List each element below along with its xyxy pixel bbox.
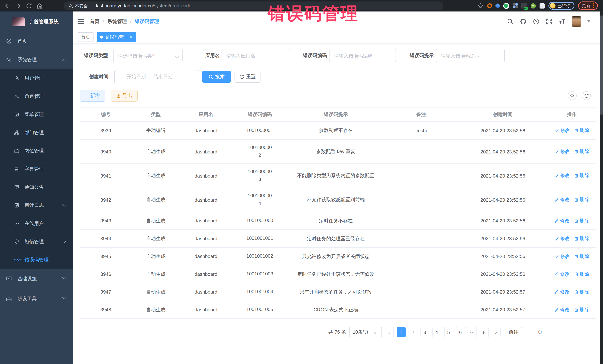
sidebar-item-system[interactable]: 系统管理 [0, 50, 73, 69]
sidebar-item-menus[interactable]: 菜单管理 [0, 105, 73, 123]
error-type-select[interactable] [113, 49, 183, 62]
edit-link[interactable]: 修改 [554, 197, 570, 203]
delete-link[interactable]: 删除 [574, 235, 589, 242]
back-icon[interactable] [4, 2, 11, 9]
extension-icon[interactable] [487, 3, 492, 8]
app-logo[interactable]: 芋道管理系统 [0, 11, 73, 32]
sidebar-item-online-users[interactable]: 在线用户 [0, 214, 73, 232]
profile-chip[interactable]: 已暂停 [548, 2, 574, 10]
user-avatar[interactable] [572, 16, 581, 26]
trash-icon [574, 128, 579, 133]
export-button[interactable]: 导出 [111, 90, 138, 101]
sidebar-item-posts[interactable]: 岗位管理 [0, 142, 73, 160]
sidebar-item-home[interactable]: 首页 [0, 32, 73, 50]
sidebar-item-departments[interactable]: 部门管理 [0, 123, 73, 142]
breadcrumb-home[interactable]: 首页 [90, 18, 99, 25]
error-code-field[interactable] [329, 49, 396, 62]
goto-page-input[interactable] [521, 327, 535, 337]
address-bar[interactable]: 不安全 dashboard.yudao.iocoder.cn/system/er… [64, 1, 443, 10]
edit-link[interactable]: 修改 [554, 271, 570, 277]
avatar-caret-icon[interactable] [587, 20, 590, 22]
delete-link[interactable]: 删除 [574, 271, 589, 277]
edit-link[interactable]: 修改 [554, 288, 570, 295]
edit-link[interactable]: 修改 [554, 253, 570, 260]
page-size-select[interactable]: 10条/页 [349, 327, 382, 337]
help-icon[interactable] [533, 18, 540, 25]
breadcrumb-system[interactable]: 系统管理 [107, 18, 127, 25]
github-icon[interactable] [520, 18, 527, 25]
sidebar-item-infra[interactable]: 基础设施 [0, 269, 73, 289]
delete-link[interactable]: 删除 [574, 197, 589, 203]
start-date-placeholder[interactable]: 开始日期 [127, 73, 146, 80]
extension-icon[interactable] [495, 3, 500, 8]
sidebar-item-error-code[interactable]: </> 错误码管理 [0, 251, 73, 269]
show-search-button[interactable] [568, 91, 577, 100]
delete-link[interactable]: 删除 [574, 253, 589, 260]
browser-menu-icon[interactable] [593, 3, 594, 8]
link-icon [14, 221, 19, 226]
edit-link[interactable]: 修改 [554, 235, 570, 242]
page-button-5[interactable]: 5 [444, 327, 453, 337]
extension-icon[interactable] [513, 3, 517, 8]
sidebar-item-dict[interactable]: 字典管理 [0, 160, 73, 178]
edit-link[interactable]: 修改 [554, 217, 570, 224]
delete-link[interactable]: 删除 [574, 217, 589, 224]
date-range-picker[interactable]: 开始日期 - 结束日期 [114, 70, 199, 83]
delete-link[interactable]: 删除 [574, 172, 589, 179]
error-type-select-input[interactable] [114, 53, 182, 58]
extension-icon[interactable]: on [521, 3, 527, 9]
hamburger-icon[interactable] [78, 19, 84, 24]
page-button-1[interactable]: 1 [396, 327, 406, 337]
announcement-icon [14, 184, 19, 190]
delete-link[interactable]: 删除 [574, 306, 589, 313]
sidebar-item-sms[interactable]: 短信管理 [0, 232, 73, 251]
edit-link[interactable]: 修改 [554, 148, 570, 155]
tab-home[interactable]: 首页 [78, 32, 93, 42]
reset-button[interactable]: 重置 [234, 71, 260, 83]
reload-icon[interactable] [26, 2, 32, 9]
scrollbar-thumb[interactable] [600, 15, 603, 115]
edit-link[interactable]: 修改 [554, 306, 570, 313]
add-button[interactable]: + 新增 [80, 90, 105, 101]
fullscreen-icon[interactable] [546, 18, 553, 25]
prev-page-button[interactable]: ‹ [385, 327, 394, 337]
extension-icon[interactable] [531, 3, 536, 8]
search-button[interactable]: 搜索 [202, 71, 231, 83]
sidebar-item-audit-log[interactable]: 审计日志 [0, 196, 73, 214]
refresh-table-button[interactable] [582, 91, 591, 100]
page-button-6[interactable]: 6 [456, 327, 465, 337]
home-icon[interactable] [36, 2, 43, 9]
sidebar-item-dev-tools[interactable]: 研发工具 [0, 289, 73, 309]
page-button-2[interactable]: 2 [408, 327, 417, 337]
page-button-4[interactable]: 4 [432, 327, 441, 337]
search-icon[interactable] [507, 18, 514, 25]
page-button-8[interactable]: 8 [480, 327, 488, 337]
sidebar-item-users[interactable]: 用户管理 [0, 69, 73, 87]
error-code-input[interactable] [329, 53, 395, 58]
sidebar-item-roles[interactable]: 角色管理 [0, 87, 73, 105]
end-date-placeholder[interactable]: 结束日期 [153, 73, 173, 80]
font-size-icon[interactable] [559, 18, 566, 25]
error-msg-field[interactable] [436, 49, 505, 62]
bookmark-star-icon[interactable] [477, 3, 483, 9]
extension-icon[interactable]: ✓ [503, 3, 509, 9]
delete-link[interactable]: 删除 [574, 148, 589, 155]
edit-link[interactable]: 修改 [554, 172, 570, 179]
page-ellipsis[interactable]: ··· [468, 327, 477, 337]
tab-error-code[interactable]: 错误码管理 × [97, 32, 136, 42]
next-page-button[interactable]: › [491, 327, 500, 337]
extensions-puzzle-icon[interactable] [539, 3, 545, 8]
browser-update-button[interactable]: 更新 [578, 1, 598, 10]
edit-link[interactable]: 修改 [554, 127, 570, 134]
error-msg-input[interactable] [436, 53, 504, 58]
page-scrollbar[interactable] [600, 11, 603, 364]
sidebar-item-notice[interactable]: 通知公告 [0, 178, 73, 196]
forward-icon[interactable] [15, 2, 22, 9]
app-name-field[interactable] [221, 49, 290, 62]
page-button-3[interactable]: 3 [420, 327, 429, 337]
app-name-input[interactable] [222, 53, 290, 58]
security-label[interactable]: 不安全 [75, 3, 88, 9]
delete-link[interactable]: 删除 [574, 288, 589, 295]
delete-link[interactable]: 删除 [574, 127, 589, 134]
close-icon[interactable]: × [130, 35, 132, 39]
